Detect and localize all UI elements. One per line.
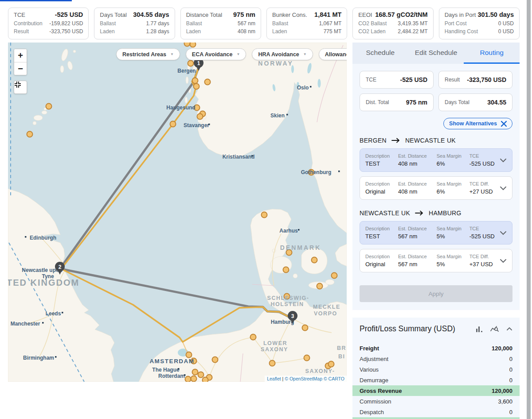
apply-button[interactable]: Apply <box>360 285 512 302</box>
filter-restricted-areas[interactable]: Restricted Areas▼ <box>116 48 180 60</box>
tab-schedule[interactable]: Schedule <box>352 43 408 64</box>
summary-card-tce: TCE-525 USD <box>360 71 434 89</box>
routing-tab-content: TCE-525 USD Result-323,750 USD Dist. Tot… <box>352 64 520 310</box>
summary-card-days-total: Days Total304.55 <box>438 93 512 111</box>
region-label: SAXONY- <box>305 368 335 374</box>
close-icon <box>501 121 507 127</box>
expand-option-chevron[interactable] <box>500 186 507 190</box>
show-alternatives-button[interactable]: Show Alternatives <box>443 118 512 129</box>
route-option-selected[interactable]: DescriptionTEST Est. Distance408 nm Sea … <box>360 148 512 172</box>
profit-loss-title: Profit/Loss Summary (USD) <box>360 324 475 334</box>
option-col-label: Est. Distance <box>398 153 437 159</box>
map-attribution: Leaflet | © OpenStreetMap © CARTO <box>265 376 347 382</box>
show-alternatives-label: Show Alternatives <box>449 120 497 127</box>
city-label: Skien <box>270 113 285 119</box>
pl-row-net-revenue: Net Revenue116,400 <box>352 417 520 419</box>
filter-label: Allowance <box>325 51 347 58</box>
expand-option-chevron[interactable] <box>500 259 507 263</box>
city-label: Leeds <box>46 310 61 317</box>
chevron-down-icon: ▼ <box>303 52 307 56</box>
collapse-chevron-icon[interactable] <box>506 327 512 331</box>
expand-option-chevron[interactable] <box>500 231 507 235</box>
option-col-label: Est. Distance <box>398 254 437 259</box>
region-label: LOWER <box>263 340 287 346</box>
stat-sub-label: Laden <box>100 27 114 35</box>
option-col-value: Original <box>365 261 398 268</box>
tab-edit-schedule[interactable]: Edit Schedule <box>408 43 464 64</box>
arrow-right-icon <box>415 210 424 216</box>
osm-link[interactable]: © OpenStreetMap <box>285 376 322 381</box>
filter-allowance[interactable]: Allowance▼ <box>319 48 347 60</box>
arrow-right-icon <box>391 138 400 143</box>
option-col-label: TCE <box>469 153 500 159</box>
stat-value: 301.50 days <box>478 11 514 18</box>
summary-label: Days Total <box>445 99 469 105</box>
city-label: Rotterdam <box>158 373 185 379</box>
region-label: VORPO <box>314 310 337 317</box>
pl-row-despatch: Despatch0 <box>352 407 520 417</box>
routing-summary-cards: TCE-525 USD Result-323,750 USD Dist. Tot… <box>360 71 512 111</box>
option-col-label: Description <box>365 226 398 231</box>
stat-sub-label: CO2 Laden <box>358 27 385 35</box>
stat-sub-label: Contribution <box>14 19 43 27</box>
stat-value: -525 USD <box>55 11 83 18</box>
leaflet-link[interactable]: Leaflet <box>267 376 281 381</box>
filter-hra-avoidance[interactable]: HRA Avoidance▼ <box>252 48 313 60</box>
option-col-value: -525 USD <box>469 233 500 240</box>
pl-label: Adjustment <box>360 356 388 362</box>
city-label: Haugesund <box>166 105 195 111</box>
option-col-value: 6% <box>437 188 469 195</box>
pl-label: Freight <box>360 345 379 352</box>
analyze-chart-icon[interactable] <box>490 326 499 333</box>
stat-sub-label: CO2 Ballast <box>358 19 387 27</box>
zoom-in-button[interactable]: + <box>14 49 27 62</box>
option-col-value: +27 USD <box>469 188 500 195</box>
option-col-value: -525 USD <box>469 160 500 167</box>
pl-label: Commission <box>360 398 391 405</box>
summary-value: -323,750 USD <box>467 76 506 83</box>
tab-routing[interactable]: Routing <box>464 43 520 64</box>
filter-eca-avoidance[interactable]: ECA Avoidance▼ <box>186 48 246 60</box>
leg-from: BERGEN <box>360 137 387 144</box>
pl-label: Despatch <box>360 409 384 415</box>
top-accent-bar <box>0 0 72 1</box>
filter-label: HRA Avoidance <box>258 51 299 58</box>
region-label: DENMARK <box>280 244 321 251</box>
carto-link[interactable]: © CARTO <box>324 376 344 381</box>
expand-option-chevron[interactable] <box>500 158 507 163</box>
route-option-selected[interactable]: DescriptionTEST Est. Distance567 nm Sea … <box>360 221 512 244</box>
option-col-label: Sea Margin <box>437 153 469 159</box>
summary-value: 304.55 <box>487 99 506 106</box>
pl-row-various: Various0 <box>352 364 520 375</box>
pl-label: Various <box>360 366 379 373</box>
stat-label: Days Total <box>100 12 126 18</box>
city-label: Kristiansand <box>223 154 255 160</box>
stat-sub-label: Laden <box>186 27 201 35</box>
pin-number: 2 <box>59 264 62 270</box>
option-col-label: Sea Margin <box>437 181 469 186</box>
option-col-label: TCE Diff. <box>469 254 500 259</box>
route-option-original[interactable]: DescriptionOriginal Est. Distance408 nm … <box>360 176 512 200</box>
stat-card-eeoi: EEOI168.57 gCO2/tNM CO2 Ballast3,419.35 … <box>352 8 433 39</box>
bar-chart-icon[interactable] <box>475 326 483 333</box>
pin-number: 1 <box>197 60 200 66</box>
pl-value: 0 <box>509 366 512 373</box>
pl-row-commission: Commission3,600 <box>352 396 520 407</box>
stat-sub-value: 1.28 days <box>146 27 169 35</box>
zoom-out-button[interactable]: − <box>14 62 27 75</box>
stat-value: 304.55 days <box>133 11 169 18</box>
pl-label: Demurrage <box>360 377 388 384</box>
page-scrollbar[interactable] <box>526 0 531 419</box>
city-label: Manchester <box>11 321 40 327</box>
route-option-original[interactable]: DescriptionOriginal Est. Distance567 nm … <box>360 249 512 272</box>
scrollbar-thumb[interactable] <box>527 0 531 419</box>
summary-label: TCE <box>366 77 376 83</box>
option-col-value: 567 nm <box>398 261 437 268</box>
filter-label: Restricted Areas <box>122 51 166 58</box>
pl-row-freight: Freight120,000 <box>352 343 520 353</box>
stat-sub-label: Laden <box>272 27 287 35</box>
stat-sub-label: Ballast <box>100 19 116 27</box>
fit-bounds-button[interactable] <box>14 81 27 94</box>
stat-card-tce: TCE-525 USD Contribution-159,822 USD Res… <box>8 8 89 39</box>
route-map[interactable]: NORWAY DENMARK TED KINGDOM SCHLESWIG- HO… <box>8 43 347 382</box>
